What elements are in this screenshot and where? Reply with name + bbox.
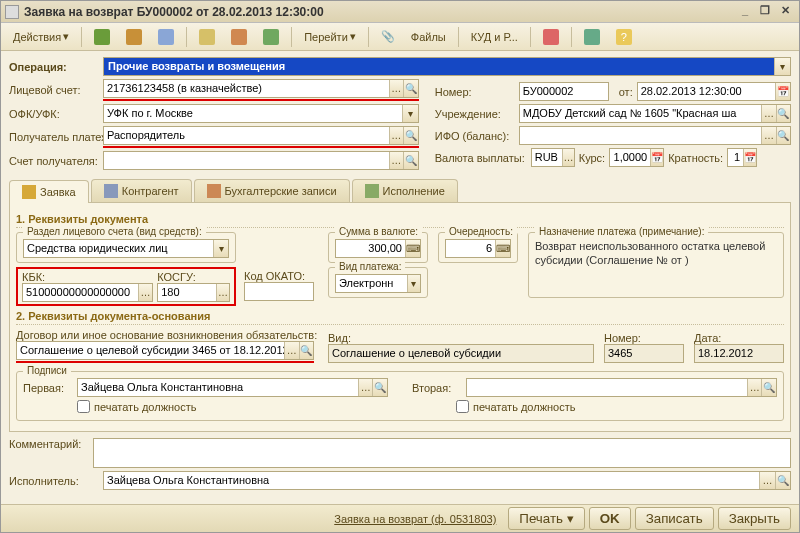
okato-field[interactable] [244,282,314,301]
kosgu-field[interactable]: 180… [157,283,230,302]
doc-num-field: 3465 [604,344,684,363]
executor-field[interactable]: Зайцева Ольга Константиновна…🔍 [103,471,791,490]
actions-menu[interactable]: Действия ▾ [7,28,75,45]
print-pos-checkbox-1[interactable]: печатать должность [77,400,196,413]
rate-label: Курс: [579,152,605,164]
comment-field[interactable] [93,438,791,468]
currency-label: Валюта выплаты: [435,152,527,164]
dropdown-icon[interactable]: ▾ [213,240,228,257]
section-field[interactable]: Средства юридических лиц▾ [23,239,229,258]
tab-accounting[interactable]: Бухгалтерские записи [194,179,350,202]
lookup-icon[interactable]: 🔍 [403,80,418,97]
currency-field[interactable]: RUB… [531,148,575,167]
recipient-label: Получатель платежа: [9,131,99,143]
lookup-icon[interactable]: 🔍 [299,342,314,359]
purpose-value[interactable]: Возврат неиспользованного остатка целево… [535,239,777,268]
tab-request[interactable]: Заявка [9,180,89,203]
print-pos-checkbox-2[interactable]: печатать должность [456,400,575,413]
ofk-field[interactable]: УФК по г. Москве ▾ [103,104,419,123]
toolbar-icon-7[interactable] [537,27,565,47]
ellipsis-icon[interactable]: … [138,284,152,301]
help-icon[interactable]: ? [610,27,638,47]
toolbar-icon-1[interactable] [88,27,116,47]
calc-icon[interactable]: ⌨ [405,240,420,257]
toolbar-icon-3[interactable] [152,27,180,47]
account-field[interactable]: 21736123458 (в казначействе) … 🔍 [103,79,419,98]
ellipsis-icon[interactable]: … [759,472,774,489]
org-field[interactable]: МДОБУ Детский сад № 1605 "Красная ша … 🔍 [519,104,791,123]
second-sign-field[interactable]: …🔍 [466,378,777,397]
ellipsis-icon[interactable]: … [284,342,299,359]
calendar-icon[interactable]: 📅 [650,149,663,166]
recipient-field[interactable]: Распорядитель … 🔍 [103,126,419,145]
toolbar-icon-4[interactable] [193,27,221,47]
sum-field[interactable]: 300,00⌨ [335,239,421,258]
operation-field[interactable]: Прочие возвраты и возмещения ▾ [103,57,791,76]
attachment-icon[interactable]: 📎 [375,28,401,45]
kbk-field[interactable]: 51000000000000000… [22,283,153,302]
tab-counterparty[interactable]: Контрагент [91,179,192,202]
tab-request-icon [22,185,36,199]
tab-execution[interactable]: Исполнение [352,179,458,202]
ellipsis-icon[interactable]: … [216,284,229,301]
ellipsis-icon[interactable]: … [562,149,573,166]
goto-menu[interactable]: Перейти ▾ [298,28,362,45]
ellipsis-icon[interactable]: … [389,127,404,144]
ellipsis-icon[interactable]: … [389,152,404,169]
lookup-icon[interactable]: 🔍 [776,105,790,122]
priority-field[interactable]: 6⌨ [445,239,511,258]
mult-label: Кратность: [668,152,723,164]
section-field-label: Раздел лицевого счета (вид средств): [23,226,206,237]
first-sign-label: Первая: [23,382,73,394]
ifo-field[interactable]: … 🔍 [519,126,791,145]
ellipsis-icon[interactable]: … [747,379,762,396]
ellipsis-icon[interactable]: … [761,127,775,144]
first-sign-field[interactable]: Зайцева Ольга Константиновна…🔍 [77,378,388,397]
calendar-icon[interactable]: 📅 [775,83,790,100]
form-link[interactable]: Заявка на возврат (ф. 0531803) [334,513,496,525]
calc-icon[interactable]: ⌨ [495,240,510,257]
highlight-line [103,146,419,148]
recipient-acc-field[interactable]: … 🔍 [103,151,419,170]
operation-dropdown-icon[interactable]: ▾ [774,58,790,75]
minimize-button[interactable]: _ [735,4,755,20]
dropdown-icon[interactable]: ▾ [407,275,420,292]
paytype-label: Вид платежа: [335,261,405,272]
close-button[interactable]: ✕ [775,4,795,20]
tabs: Заявка Контрагент Бухгалтерские записи И… [9,179,791,203]
kud-button[interactable]: КУД и Р... [465,29,524,45]
print-button[interactable]: Печать ▾ [508,507,584,530]
ellipsis-icon[interactable]: … [761,105,775,122]
kosgu-label: КОСГУ: [157,271,230,283]
number-field[interactable]: БУ000002 [519,82,609,101]
lookup-icon[interactable]: 🔍 [403,152,418,169]
ok-button[interactable]: OK [589,507,631,530]
priority-label: Очередность: [445,226,517,237]
lookup-icon[interactable]: 🔍 [776,127,790,144]
lookup-icon[interactable]: 🔍 [775,472,790,489]
comment-label: Комментарий: [9,438,89,450]
save-button[interactable]: Записать [635,507,714,530]
mult-field[interactable]: 1📅 [727,148,757,167]
doc-num-label: Номер: [604,332,684,344]
date-field[interactable]: 28.02.2013 12:30:00 📅 [637,82,791,101]
lookup-icon[interactable]: 🔍 [761,379,776,396]
files-button[interactable]: Файлы [405,29,452,45]
operation-label: Операция: [9,61,99,73]
paytype-field[interactable]: Электронн▾ [335,274,421,293]
dropdown-icon[interactable]: ▾ [402,105,417,122]
contract-field[interactable]: Соглашение о целевой субсидии 3465 от 18… [16,341,314,360]
ellipsis-icon[interactable]: … [389,80,404,97]
rate-field[interactable]: 1,0000📅 [609,148,664,167]
lookup-icon[interactable]: 🔍 [403,127,418,144]
lookup-icon[interactable]: 🔍 [372,379,387,396]
toolbar-icon-2[interactable] [120,27,148,47]
toolbar-icon-6[interactable] [257,27,285,47]
restore-button[interactable]: ❐ [755,4,775,20]
close-button[interactable]: Закрыть [718,507,791,530]
calendar-icon[interactable]: 📅 [743,149,756,166]
ellipsis-icon[interactable]: … [358,379,373,396]
toolbar-icon-5[interactable] [225,27,253,47]
section2-title: 2. Реквизиты документа-основания [16,310,784,325]
toolbar-icon-8[interactable] [578,27,606,47]
